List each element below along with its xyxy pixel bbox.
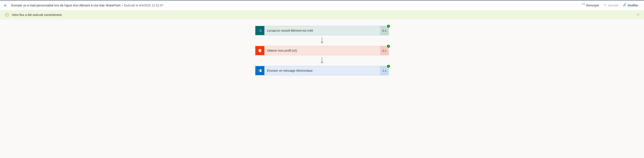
refresh-icon xyxy=(582,3,585,7)
step-sharepoint-trigger[interactable]: S Lorsqu'un nouvel élément est créé 0 s xyxy=(255,26,389,35)
svg-point-1 xyxy=(260,30,262,32)
back-button[interactable] xyxy=(4,3,8,7)
sharepoint-icon: S xyxy=(255,26,264,35)
title-separator: • xyxy=(122,4,123,7)
svg-text:S: S xyxy=(259,30,260,31)
step-outlook-email[interactable]: Envoyer un message électronique 1 s xyxy=(255,66,389,75)
step-office-profile[interactable]: Obtenir mon profil (v2) 0 s xyxy=(255,46,389,55)
success-message: Votre flux a été exécuté correctement. xyxy=(12,13,62,16)
edit-label: Modifier xyxy=(628,4,638,7)
executed-timestamp: Exécuté le 6/4/2020 12:31:07 xyxy=(124,4,163,7)
cancel-button: Annuler xyxy=(601,2,621,8)
page-header: Envoyer un e-mail personnalisé lors de l… xyxy=(0,0,644,10)
success-badge-icon xyxy=(386,64,390,68)
success-check-icon xyxy=(5,13,9,17)
cancel-label: Annuler xyxy=(608,4,618,7)
success-badge-icon xyxy=(386,44,390,48)
step-label: Envoyer un message électronique xyxy=(264,66,380,75)
connector-arrow-icon xyxy=(320,37,324,45)
connector-arrow-icon xyxy=(320,57,324,65)
outlook-icon xyxy=(255,66,264,75)
office-icon xyxy=(255,46,264,55)
pencil-icon xyxy=(623,3,626,7)
step-label: Obtenir mon profil (v2) xyxy=(264,46,380,55)
success-badge-icon xyxy=(386,24,390,28)
resend-label: Renvoyer xyxy=(586,4,599,7)
svg-rect-5 xyxy=(258,70,260,71)
resend-button[interactable]: Renvoyer xyxy=(579,2,601,8)
flow-canvas: S Lorsqu'un nouvel élément est créé 0 s … xyxy=(0,19,644,84)
dismiss-banner-button[interactable] xyxy=(636,13,640,17)
success-banner: Votre flux a été exécuté correctement. xyxy=(0,10,644,19)
step-label: Lorsqu'un nouvel élément est créé xyxy=(264,26,380,35)
edit-button[interactable]: Modifier xyxy=(621,2,640,8)
close-icon xyxy=(604,3,607,7)
flow-title: Envoyer un e-mail personnalisé lors de l… xyxy=(11,4,120,7)
